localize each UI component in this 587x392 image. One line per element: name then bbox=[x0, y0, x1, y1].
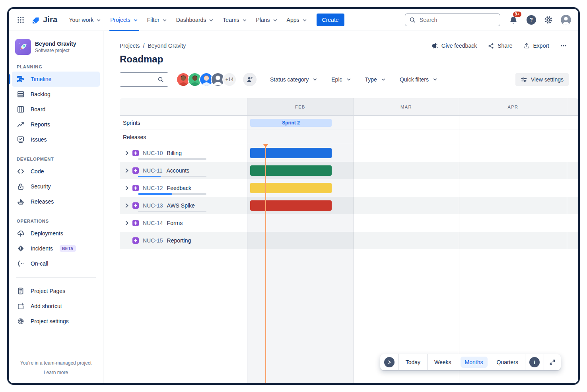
epic-icon bbox=[132, 220, 139, 226]
topnav-item-apps[interactable]: Apps bbox=[282, 9, 312, 31]
chevron-down-icon bbox=[312, 77, 318, 82]
weeks-button[interactable]: Weeks bbox=[428, 359, 458, 365]
sidebar-divider bbox=[16, 278, 96, 278]
epic-title: Accounts bbox=[167, 167, 190, 174]
sidebar-item-project-pages[interactable]: Project Pages bbox=[12, 283, 100, 299]
timeline-search-input[interactable] bbox=[124, 76, 157, 83]
expand-chevron-icon[interactable] bbox=[124, 185, 130, 191]
dropdown-label: Type bbox=[365, 76, 377, 83]
view-settings-button[interactable]: View settings bbox=[515, 73, 569, 86]
sidebar-item-incidents[interactable]: Incidents BETA bbox=[12, 241, 100, 256]
quarters-button[interactable]: Quarters bbox=[490, 359, 525, 365]
topnav-item-plans[interactable]: Plans bbox=[252, 9, 282, 31]
expand-chevron-icon[interactable] bbox=[124, 150, 130, 156]
topnav-item-label: Plans bbox=[256, 17, 270, 23]
epic-timeline-bar[interactable] bbox=[250, 148, 332, 158]
epic-row[interactable]: NUC-12 Feedback bbox=[120, 179, 578, 197]
type-dropdown[interactable]: Type bbox=[365, 76, 386, 83]
epic-key: NUC-15 bbox=[143, 237, 163, 244]
topnav-item-your-work[interactable]: Your work bbox=[64, 9, 106, 31]
collapse-panel-button[interactable] bbox=[384, 357, 395, 367]
sidebar-item-label: Board bbox=[31, 106, 45, 113]
ship-icon bbox=[17, 198, 25, 206]
breadcrumb-project-name[interactable]: Beyond Gravity bbox=[148, 43, 186, 49]
sidebar-footer: You're in a team-managed project Learn m… bbox=[12, 360, 100, 378]
epic-row[interactable]: NUC-15 Reporting bbox=[120, 232, 578, 249]
global-search[interactable] bbox=[405, 14, 500, 26]
epic-timeline-bar[interactable] bbox=[250, 200, 332, 211]
expand-chevron-icon[interactable] bbox=[124, 220, 130, 226]
topnav-item-dashboards[interactable]: Dashboards bbox=[172, 9, 219, 31]
export-button[interactable]: Export bbox=[523, 43, 549, 49]
sidebar-item-code[interactable]: Code bbox=[12, 164, 100, 179]
epic-progress-bar bbox=[138, 211, 206, 212]
expand-chevron-icon[interactable] bbox=[124, 202, 130, 209]
profile-avatar[interactable] bbox=[561, 15, 571, 25]
sidebar-item-security[interactable]: Security bbox=[12, 179, 100, 194]
app-switcher-icon[interactable] bbox=[14, 14, 27, 26]
sidebar-item-label: Backlog bbox=[31, 91, 51, 97]
sidebar-item-label: Releases bbox=[31, 198, 54, 205]
expand-chevron-icon[interactable] bbox=[124, 167, 130, 174]
sidebar-item-add-shortcut[interactable]: Add shortcut bbox=[12, 299, 100, 314]
more-actions-button[interactable] bbox=[560, 42, 567, 49]
settings-gear-icon[interactable] bbox=[544, 15, 553, 25]
action-label: Share bbox=[498, 43, 512, 49]
add-people-button[interactable] bbox=[243, 73, 257, 86]
timeline-zoom-toolbar: Today Weeks Months Quarters i bbox=[380, 354, 561, 370]
info-button[interactable]: i bbox=[529, 357, 540, 367]
section-label-development: DEVELOPMENT bbox=[12, 157, 100, 161]
phone-icon bbox=[17, 260, 25, 268]
avatar-overflow-count[interactable]: +14 bbox=[222, 72, 237, 87]
epic-icon bbox=[132, 185, 139, 191]
fullscreen-button[interactable] bbox=[544, 359, 561, 366]
sidebar-item-on-call[interactable]: On-call bbox=[12, 256, 100, 271]
sidebar-item-label: Project settings bbox=[31, 318, 69, 324]
topnav-item-label: Your work bbox=[69, 17, 93, 23]
sidebar-item-issues[interactable]: Issues bbox=[12, 132, 100, 147]
dropdown-label: Quick filters bbox=[400, 76, 429, 83]
epic-dropdown[interactable]: Epic bbox=[331, 76, 351, 83]
status-category-dropdown[interactable]: Status category bbox=[270, 76, 318, 83]
epic-row[interactable]: NUC-13 AWS Spike bbox=[120, 197, 578, 214]
sidebar-item-releases[interactable]: Releases bbox=[12, 194, 100, 209]
sidebar-item-backlog[interactable]: Backlog bbox=[12, 87, 100, 102]
quick-filters-dropdown[interactable]: Quick filters bbox=[400, 76, 438, 83]
notifications-button[interactable]: 9+ bbox=[508, 14, 519, 25]
sprint-chip[interactable]: Sprint 2 bbox=[250, 119, 332, 127]
epic-key: NUC-12 bbox=[143, 185, 163, 191]
epic-row[interactable]: NUC-10 Billing bbox=[120, 144, 578, 162]
jira-logo[interactable]: Jira bbox=[31, 15, 57, 25]
learn-more-link[interactable]: Learn more bbox=[44, 370, 68, 375]
epic-row[interactable]: NUC-11 Accounts bbox=[120, 162, 578, 179]
epic-icon bbox=[132, 202, 139, 209]
topnav-item-filter[interactable]: Filter bbox=[143, 9, 172, 31]
epic-timeline-bar[interactable] bbox=[250, 183, 332, 193]
epic-timeline-bar[interactable] bbox=[250, 165, 332, 176]
sidebar-item-board[interactable]: Board bbox=[12, 102, 100, 117]
sidebar-item-deployments[interactable]: Deployments bbox=[12, 226, 100, 241]
today-button[interactable]: Today bbox=[399, 359, 427, 365]
share-button[interactable]: Share bbox=[488, 43, 512, 49]
timeline-search[interactable] bbox=[120, 72, 168, 87]
sidebar-item-label: Reports bbox=[31, 121, 50, 128]
sidebar-item-timeline[interactable]: Timeline bbox=[12, 72, 100, 87]
create-button[interactable]: Create bbox=[317, 14, 344, 26]
search-icon bbox=[409, 17, 416, 23]
months-button[interactable]: Months bbox=[461, 357, 488, 368]
global-search-input[interactable] bbox=[419, 16, 496, 23]
give-feedback-button[interactable]: Give feedback bbox=[431, 42, 477, 49]
action-label: Give feedback bbox=[441, 43, 477, 49]
breadcrumb-projects[interactable]: Projects bbox=[120, 43, 140, 49]
epic-row-left: NUC-12 Feedback bbox=[120, 179, 247, 197]
help-button[interactable]: ? bbox=[527, 15, 536, 25]
chevron-down-icon bbox=[302, 17, 307, 23]
epic-row[interactable]: NUC-14 Forms bbox=[120, 214, 578, 232]
project-sidebar: Beyond Gravity Software project PLANNING… bbox=[9, 31, 103, 383]
sidebar-item-reports[interactable]: Reports bbox=[12, 117, 100, 132]
topnav-item-teams[interactable]: Teams bbox=[218, 9, 251, 31]
month-header-feb: FEB bbox=[247, 98, 353, 116]
section-label-operations: OPERATIONS bbox=[12, 219, 100, 223]
sidebar-item-project-settings[interactable]: Project settings bbox=[12, 314, 100, 329]
topnav-item-projects[interactable]: Projects bbox=[106, 9, 143, 31]
